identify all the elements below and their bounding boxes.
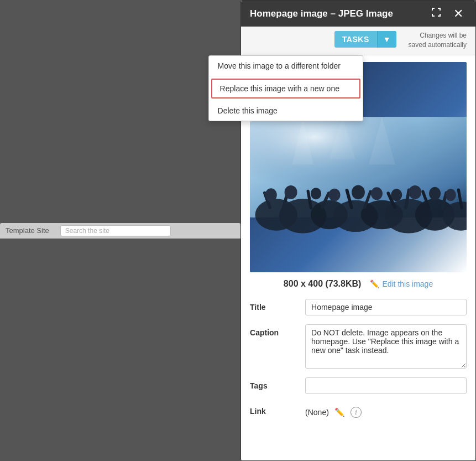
fullscreen-button[interactable] [428,6,444,21]
svg-point-36 [409,185,421,199]
link-row: Link (None) ✏️ i [250,403,467,418]
caret-down-icon: ▼ [383,35,391,44]
search-bar[interactable]: Search the site [60,225,171,236]
svg-rect-5 [432,14,433,17]
modal-title: Homepage image – JPEG Image [250,8,393,19]
autosave-notice: Changes will be saved automatically [409,31,467,50]
svg-point-38 [446,189,456,201]
svg-rect-3 [440,8,441,11]
link-value-container: (None) ✏️ i [305,403,362,418]
pencil-icon: ✏️ [370,279,379,288]
caption-label: Caption [250,324,305,337]
link-edit-icon[interactable]: ✏️ [334,407,345,417]
form-section: Title Caption Do NOT delete. Image appea… [250,299,467,418]
svg-point-29 [265,188,277,201]
title-input[interactable] [305,299,467,315]
modal-toolbar: TASKS ▼ Move this image to a different f… [241,27,475,55]
edit-image-label: Edit this image [382,279,433,288]
title-row: Title [250,299,467,315]
tasks-button-group: TASKS ▼ Move this image to a different f… [334,31,396,48]
close-button[interactable]: ✕ [450,7,467,21]
tasks-dropdown: Move this image to a different folder Re… [208,55,363,121]
tags-label: Tags [250,377,305,390]
svg-point-34 [371,187,383,200]
dropdown-item-replace[interactable]: Replace this image with a new one [211,79,360,99]
svg-rect-7 [440,14,441,17]
edit-image-link[interactable]: ✏️ Edit this image [370,279,433,288]
title-label: Title [250,299,305,312]
svg-point-31 [311,188,321,199]
tasks-caret-button[interactable]: ▼ [377,31,396,48]
link-text: (None) [305,408,329,417]
image-meta: 800 x 400 (73.8KB) ✏️ Edit this image [250,279,467,289]
svg-rect-1 [432,8,433,11]
dropdown-item-delete[interactable]: Delete this image [209,101,363,121]
svg-point-37 [429,187,441,200]
svg-point-35 [391,189,402,201]
link-label: Link [250,403,305,416]
caption-row: Caption Do NOT delete. Image appears on … [250,324,467,369]
link-info-icon[interactable]: i [351,407,362,418]
svg-point-33 [352,185,365,200]
search-placeholder: Search the site [65,227,109,235]
fullscreen-icon [431,7,441,17]
svg-point-32 [328,189,340,201]
tasks-button[interactable]: TASKS [334,31,377,48]
site-name: Template Site [6,226,49,235]
dropdown-item-move[interactable]: Move this image to a different folder [209,56,363,76]
tags-row: Tags [250,377,467,394]
modal-header: Homepage image – JPEG Image ✕ [241,1,475,27]
tags-input[interactable] [305,377,467,394]
image-dimensions: 800 x 400 (73.8KB) [284,279,362,289]
svg-point-30 [285,185,297,199]
caption-textarea[interactable]: Do NOT delete. Image appears on the home… [305,324,467,369]
